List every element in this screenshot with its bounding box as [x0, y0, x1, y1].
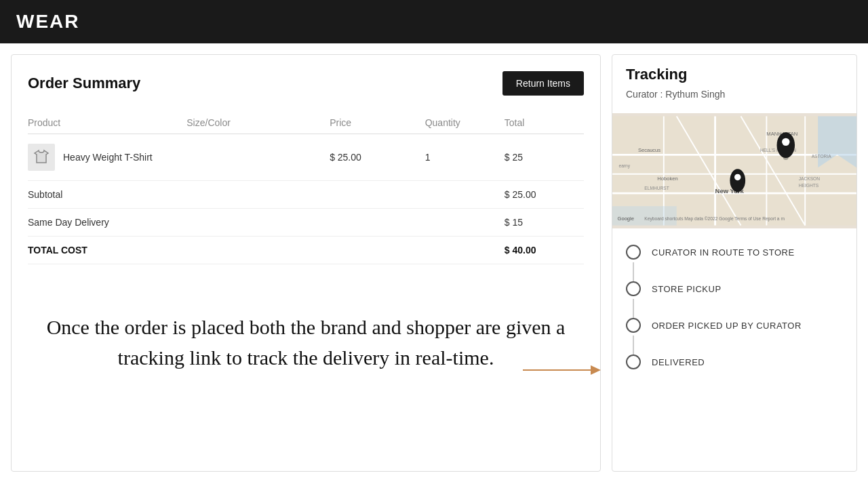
subtotal-row: Subtotal $ 25.00: [28, 181, 584, 209]
tracking-header: Tracking Curator : Rythum Singh: [612, 55, 856, 113]
col-header-price: Price: [330, 112, 425, 134]
svg-text:ELMHURST: ELMHURST: [644, 186, 669, 190]
tracking-steps: CURATOR IN ROUTE TO STORE STORE PICKUP O…: [612, 228, 856, 471]
order-header: Order Summary Return Items: [28, 71, 584, 96]
order-panel: Order Summary Return Items Product Size/…: [11, 54, 601, 472]
svg-marker-1: [591, 365, 601, 375]
total-value: $ 40.00: [505, 237, 584, 264]
svg-text:earny: earny: [618, 163, 630, 169]
tracking-step-2: STORE PICKUP: [626, 270, 843, 307]
svg-text:Google: Google: [618, 216, 634, 222]
svg-text:Keyboard shortcuts  Map data ©: Keyboard shortcuts Map data ©2022 Google…: [644, 216, 785, 222]
delivery-value: $ 15: [505, 209, 584, 237]
order-table: Product Size/Color Price Quantity Total: [28, 112, 584, 264]
product-cell: Heavy Weight T-Shirt: [28, 134, 186, 181]
svg-text:Secaucus: Secaucus: [638, 147, 660, 153]
col-header-product: Product: [28, 112, 186, 134]
step-label-4: DELIVERED: [652, 357, 705, 367]
step-label-3: ORDER PICKED UP BY CURATOR: [652, 321, 802, 331]
step-label-2: STORE PICKUP: [652, 284, 722, 294]
arrow-icon: [523, 360, 604, 380]
tracking-panel: Tracking Curator : Rythum Singh: [612, 54, 857, 472]
col-header-size: Size/Color: [186, 112, 330, 134]
total-label: TOTAL COST: [28, 237, 186, 264]
total-row: TOTAL COST $ 40.00: [28, 237, 584, 264]
svg-point-25: [783, 156, 789, 160]
step-circle-2: [626, 281, 641, 296]
subtotal-label: Subtotal: [28, 181, 186, 209]
step-circle-3: [626, 318, 641, 333]
product-price: $ 25.00: [330, 134, 425, 181]
step-circle-1: [626, 245, 641, 260]
product-total: $ 25: [505, 134, 584, 181]
product-size: [186, 134, 330, 181]
app-header: WEAR: [0, 0, 868, 43]
map-svg: Secaucus MANHATTAN HELL'S KITCHEN ASTORI…: [612, 113, 856, 228]
delivery-row: Same Day Delivery $ 15: [28, 209, 584, 237]
product-name: Heavy Weight T-Shirt: [63, 152, 153, 163]
product-thumbnail: [28, 144, 55, 171]
step-label-1: CURATOR IN ROUTE TO STORE: [652, 247, 795, 258]
tracking-step-3: ORDER PICKED UP BY CURATOR: [626, 307, 843, 344]
delivery-label: Same Day Delivery: [28, 209, 186, 237]
svg-point-24: [782, 138, 789, 146]
subtotal-value: $ 25.00: [505, 181, 584, 209]
svg-text:Hoboken: Hoboken: [657, 176, 677, 182]
main-content: Order Summary Return Items Product Size/…: [0, 43, 868, 483]
product-quantity: 1: [425, 134, 505, 181]
svg-text:JACKSON: JACKSON: [799, 176, 821, 181]
col-header-total: Total: [505, 112, 584, 134]
map-area: Secaucus MANHATTAN HELL'S KITCHEN ASTORI…: [612, 113, 856, 228]
tracking-title: Tracking: [626, 66, 843, 83]
svg-text:ASTORIA: ASTORIA: [812, 154, 832, 159]
svg-point-28: [736, 190, 740, 193]
curator-info: Curator : Rythum Singh: [626, 89, 843, 100]
step-circle-4: [626, 354, 641, 369]
return-items-button[interactable]: Return Items: [502, 71, 584, 96]
svg-text:HEIGHTS: HEIGHTS: [799, 183, 819, 188]
col-header-quantity: Quantity: [425, 112, 505, 134]
info-text: Once the order is placed both the brand …: [28, 312, 584, 373]
app-logo: WEAR: [16, 11, 80, 33]
svg-point-27: [734, 174, 741, 180]
table-row: Heavy Weight T-Shirt $ 25.00 1 $ 25: [28, 134, 584, 181]
tracking-step-1: CURATOR IN ROUTE TO STORE: [626, 234, 843, 270]
tracking-step-4: DELIVERED: [626, 344, 843, 380]
order-title: Order Summary: [28, 75, 140, 92]
